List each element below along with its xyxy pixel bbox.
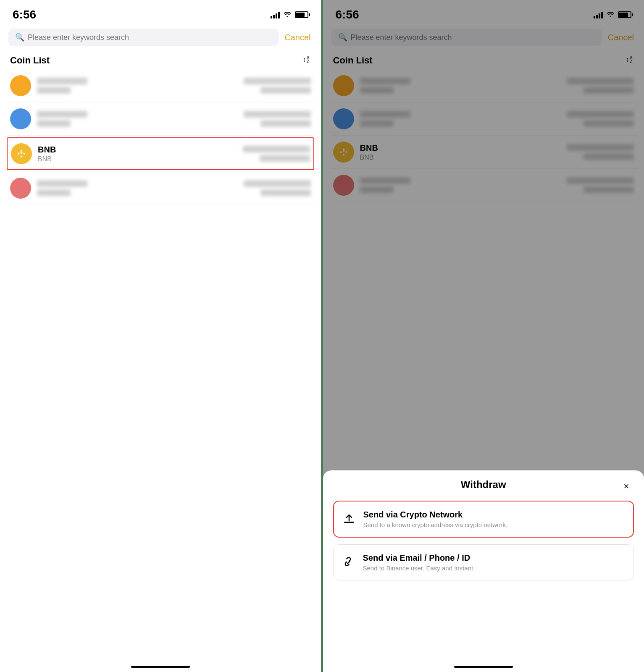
coin-name-blurred <box>360 78 410 84</box>
coin-change-blurred <box>584 87 634 94</box>
list-item[interactable] <box>7 69 314 102</box>
coin-name-blurred <box>360 177 410 184</box>
coin-change-blurred <box>584 186 634 193</box>
bottom-sheet: Withdraw × Send via Crypto Network Send … <box>323 470 644 672</box>
coin-info <box>360 111 561 127</box>
wifi-icon <box>283 10 292 19</box>
send-crypto-info: Send via Crypto Network Send to a known … <box>363 510 508 528</box>
coin-info <box>37 111 238 127</box>
coin-name-blurred <box>37 111 87 118</box>
list-item-bnb: BNB BNB <box>330 136 638 169</box>
left-panel: 6:56 🔍 Cancel Coin List <box>0 0 321 672</box>
list-item <box>330 69 638 102</box>
signal-icon-right <box>594 11 603 18</box>
coin-right-bnb <box>243 146 310 162</box>
coin-name-bnb: BNB <box>38 145 237 155</box>
send-email-info: Send via Email / Phone / ID Send to Bina… <box>363 553 475 572</box>
upload-icon <box>342 512 357 527</box>
coin-symbol-blurred <box>360 120 394 127</box>
coin-info <box>360 177 561 193</box>
coin-info-bnb: BNB BNB <box>360 143 561 161</box>
cancel-button-left[interactable]: Cancel <box>283 31 312 44</box>
coin-value-blurred <box>244 78 311 84</box>
status-time-right: 6:56 <box>336 8 359 21</box>
battery-icon <box>295 11 308 18</box>
right-panel: 6:56 🔍 <box>323 0 644 672</box>
signal-icon <box>271 11 280 18</box>
coin-list-title-right: Coin List <box>333 55 373 66</box>
coin-name-blurred <box>37 78 87 84</box>
coin-symbol-blurred <box>37 120 71 127</box>
sort-icon-right: ↕ A Z <box>625 55 634 66</box>
coin-value-blurred <box>567 111 634 118</box>
send-email-desc: Send to Binance user. Easy and Instant. <box>363 564 475 572</box>
svg-text:Z: Z <box>630 59 632 64</box>
coin-change-blurred <box>260 155 310 162</box>
svg-text:↕: ↕ <box>626 56 629 63</box>
wifi-icon-right <box>606 10 615 19</box>
coin-value-blurred <box>567 78 634 84</box>
coin-value-blurred <box>244 111 311 118</box>
search-icon-left: 🔍 <box>15 33 24 42</box>
coin-change-blurred <box>584 153 634 160</box>
sort-icon-left[interactable]: ↕ A Z <box>302 55 311 66</box>
coin-info-bnb: BNB BNB <box>38 145 237 163</box>
avatar <box>333 75 354 96</box>
coin-value-blurred <box>243 146 310 152</box>
sheet-title: Withdraw <box>461 479 506 491</box>
avatar-bnb <box>333 142 354 163</box>
coin-symbol-blurred <box>37 87 71 94</box>
coin-right <box>244 78 311 94</box>
coin-symbol-bnb: BNB <box>38 155 237 163</box>
coin-value-blurred <box>567 177 634 184</box>
send-crypto-title: Send via Crypto Network <box>363 510 508 520</box>
svg-rect-8 <box>344 522 354 523</box>
coin-symbol-blurred <box>37 189 71 196</box>
list-item[interactable] <box>7 172 314 205</box>
coin-change-blurred <box>260 120 311 127</box>
search-bar-left: 🔍 Cancel <box>0 25 321 50</box>
right-panel-bg: 6:56 🔍 <box>323 0 644 470</box>
send-email-option[interactable]: Send via Email / Phone / ID Send to Bina… <box>333 544 634 580</box>
home-bar-left <box>131 666 190 668</box>
avatar <box>333 108 354 129</box>
cancel-button-right: Cancel <box>606 31 636 44</box>
avatar <box>10 108 31 129</box>
home-bar-right <box>454 666 513 668</box>
coin-right <box>244 180 311 196</box>
status-time-left: 6:56 <box>13 8 36 21</box>
coin-change-blurred <box>260 87 311 94</box>
coin-symbol-blurred <box>360 87 394 94</box>
search-input-wrapper-left[interactable]: 🔍 <box>8 29 279 46</box>
home-indicator-right <box>323 655 644 672</box>
coin-value-blurred <box>244 180 311 187</box>
status-icons-right <box>594 10 631 19</box>
avatar <box>333 175 354 196</box>
coin-info <box>37 78 238 94</box>
list-item[interactable] <box>7 102 314 136</box>
search-bar-right: 🔍 Cancel <box>323 25 644 50</box>
search-input-right <box>351 33 595 42</box>
coin-right <box>567 78 634 94</box>
status-icons-left <box>271 10 308 19</box>
search-input-left[interactable] <box>28 33 272 42</box>
avatar-bnb <box>11 143 32 164</box>
close-button[interactable]: × <box>619 479 634 494</box>
list-item-bnb[interactable]: BNB BNB <box>7 137 314 170</box>
coin-right <box>567 111 634 127</box>
coin-name-blurred <box>37 180 87 187</box>
search-input-wrapper-right: 🔍 <box>331 29 602 46</box>
send-crypto-option[interactable]: Send via Crypto Network Send to a known … <box>333 501 634 538</box>
svg-text:↕: ↕ <box>302 56 306 63</box>
coin-name-bnb: BNB <box>360 143 561 153</box>
status-bar-right: 6:56 <box>323 0 644 25</box>
coin-change-blurred <box>584 120 634 127</box>
coin-right <box>244 111 311 127</box>
coin-info <box>37 180 238 196</box>
send-crypto-desc: Send to a known crypto address via crypt… <box>363 521 508 528</box>
coin-list-right: BNB BNB <box>323 69 644 202</box>
list-item <box>330 169 638 202</box>
coin-right <box>567 144 634 160</box>
list-item <box>330 102 638 136</box>
coin-value-blurred <box>567 144 634 151</box>
